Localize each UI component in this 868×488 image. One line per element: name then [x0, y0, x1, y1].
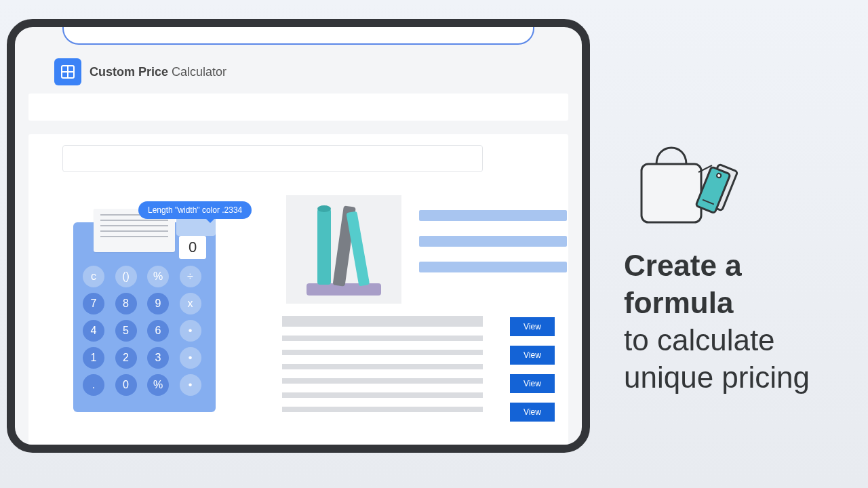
view-button[interactable]: View	[510, 317, 555, 336]
app-title-bold: Custom Price	[90, 65, 168, 79]
svg-rect-8	[642, 164, 701, 222]
key-percent2[interactable]: %	[147, 374, 169, 396]
shopping-bag-icon	[629, 136, 854, 233]
promo-section: Create a formula to calculate unique pri…	[624, 136, 854, 396]
paper-line	[100, 230, 168, 232]
calculator-keypad: c () % ÷ 7 8 9 x 4 5 6 • 1 2 3 • . 0 % •	[83, 266, 206, 396]
key-op[interactable]: •	[180, 374, 201, 396]
svg-point-12	[716, 173, 722, 178]
detail-bar	[419, 210, 567, 221]
content-card: Length "width" color .2334 0 c () % ÷ 7 …	[28, 134, 568, 445]
paper-line	[100, 220, 168, 221]
text-line	[282, 407, 483, 412]
calculator-app-icon	[54, 58, 81, 85]
key-divide[interactable]: ÷	[180, 266, 201, 287]
tablet-notch	[62, 27, 534, 45]
key-0[interactable]: 0	[115, 374, 137, 396]
key-parens[interactable]: ()	[115, 266, 137, 287]
input-placeholder-box	[62, 145, 483, 172]
calculator-display: 0	[179, 236, 206, 259]
text-line	[282, 350, 483, 355]
key-percent[interactable]: %	[147, 266, 169, 287]
svg-point-7	[317, 205, 331, 212]
view-button[interactable]: View	[510, 374, 555, 393]
key-5[interactable]: 5	[115, 320, 137, 342]
key-op[interactable]: •	[180, 320, 201, 342]
key-op[interactable]: •	[180, 347, 201, 369]
key-7[interactable]: 7	[83, 293, 104, 314]
toolbar-placeholder	[28, 94, 568, 121]
formula-tooltip: Length "width" color .2334	[138, 201, 252, 219]
key-8[interactable]: 8	[115, 293, 137, 314]
app-title-rest: Calculator	[168, 65, 226, 79]
text-line	[282, 336, 483, 341]
promo-line-2: to calculate	[624, 323, 775, 357]
detail-bar	[419, 236, 567, 247]
detail-bars	[419, 210, 567, 272]
key-9[interactable]: 9	[147, 293, 169, 314]
promo-line-3: unique pricing	[624, 361, 810, 394]
text-line	[282, 392, 483, 398]
detail-bar	[419, 262, 567, 272]
paper-line	[100, 225, 168, 226]
promo-line-1: Create a formula	[624, 247, 854, 321]
text-line	[282, 364, 483, 369]
product-image	[286, 195, 401, 304]
calculator: 0 c () % ÷ 7 8 9 x 4 5 6 • 1 2 3 • . 0	[73, 222, 216, 412]
view-button[interactable]: View	[510, 403, 555, 422]
tablet-frame: Custom Price Calculator Length "width" c…	[7, 19, 590, 453]
view-buttons: View View View View	[510, 317, 555, 422]
key-3[interactable]: 3	[147, 347, 169, 369]
app-header: Custom Price Calculator	[54, 58, 226, 85]
text-lines-block	[282, 316, 483, 412]
app-title: Custom Price Calculator	[90, 65, 226, 79]
key-2[interactable]: 2	[115, 347, 137, 369]
promo-headline: Create a formula to calculate unique pri…	[624, 247, 854, 396]
key-multiply[interactable]: x	[180, 293, 201, 314]
key-dot[interactable]: .	[83, 374, 104, 396]
key-clear[interactable]: c	[83, 266, 104, 287]
text-line	[282, 316, 483, 327]
text-line	[282, 378, 483, 384]
key-6[interactable]: 6	[147, 320, 169, 342]
key-1[interactable]: 1	[83, 347, 104, 369]
svg-rect-4	[317, 209, 331, 285]
key-4[interactable]: 4	[83, 320, 104, 342]
view-button[interactable]: View	[510, 346, 555, 365]
paper-line	[100, 236, 168, 237]
